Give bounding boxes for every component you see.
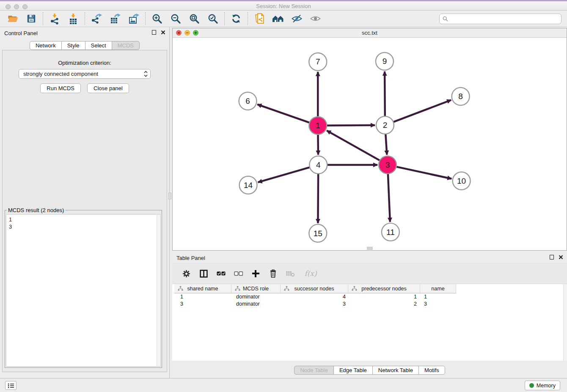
result-scrollbar[interactable] — [157, 215, 160, 366]
export-table-icon — [110, 13, 121, 24]
stepper-icon — [144, 71, 148, 77]
toolbar-separator — [43, 12, 43, 25]
canvas-grip[interactable] — [367, 247, 372, 250]
main-titlebar: Session: New Session — [0, 0, 567, 11]
table-header-row: shared name MCDS role — [172, 284, 567, 293]
status-bar: Memory — [0, 378, 567, 392]
select-all-columns-button[interactable] — [215, 266, 227, 281]
export-network-button[interactable] — [87, 11, 106, 26]
column-header-successor-nodes[interactable]: successor nodes — [281, 284, 348, 293]
column-header-mcds-role[interactable]: MCDS role — [231, 284, 281, 293]
graph-edge-3-1[interactable] — [327, 130, 388, 165]
hierarchy-icon — [178, 286, 183, 291]
graph-node-label-2: 2 — [383, 121, 388, 130]
zoom-fit-icon — [189, 14, 200, 24]
memory-button[interactable]: Memory — [525, 381, 560, 390]
search-icon — [443, 16, 448, 22]
task-history-button[interactable] — [5, 381, 17, 390]
show-columns-button[interactable] — [197, 266, 210, 281]
panel-splitter-handle[interactable] — [168, 193, 171, 199]
zoom-fit-button[interactable] — [185, 11, 204, 26]
search-input[interactable] — [450, 15, 561, 23]
result-line: 1 — [9, 216, 158, 223]
zoom-selected-button[interactable] — [204, 11, 222, 26]
network-canvas[interactable]: 1234678910111415 — [173, 38, 567, 250]
deselect-all-columns-button[interactable] — [232, 266, 245, 281]
optimization-criterion-label: Optimization criterion: — [3, 60, 167, 66]
tab-network[interactable]: Network — [30, 41, 62, 50]
zoom-in-icon — [152, 14, 162, 24]
tab-node-table[interactable]: Node Table — [294, 366, 334, 375]
column-header-predecessor-nodes[interactable]: predecessor nodes — [348, 284, 420, 293]
graph-node-label-4: 4 — [316, 160, 321, 169]
table-panel-title: Table Panel — [176, 255, 205, 261]
delete-table-button[interactable] — [284, 266, 297, 281]
show-all-button[interactable] — [306, 11, 325, 26]
hide-selected-button[interactable] — [287, 11, 306, 26]
table-panel-header: Table Panel — [172, 252, 567, 263]
network-view-title: scc.txt — [173, 30, 567, 36]
open-session-button[interactable] — [3, 11, 22, 26]
export-table-button[interactable] — [106, 11, 124, 26]
network-file-button[interactable] — [250, 11, 269, 26]
graph-node-label-6: 6 — [245, 97, 250, 105]
close-panel-icon[interactable] — [559, 255, 563, 259]
hierarchy-icon — [235, 286, 240, 291]
import-table-button[interactable] — [64, 11, 83, 26]
result-line: 3 — [9, 223, 158, 230]
function-icon: f(x) — [304, 269, 317, 278]
home-view-button[interactable] — [269, 11, 287, 26]
list-icon — [8, 383, 14, 388]
trash-icon — [270, 269, 277, 278]
hierarchy-icon — [284, 286, 289, 291]
tab-style[interactable]: Style — [61, 41, 85, 50]
window-title: Session: New Session — [0, 3, 567, 9]
import-network-icon — [49, 13, 60, 25]
tab-edge-table[interactable]: Edge Table — [333, 366, 373, 375]
mcds-result-box[interactable]: 1 3 — [6, 214, 161, 367]
column-header-shared-name[interactable]: shared name — [174, 284, 231, 293]
graph-node-label-1: 1 — [316, 121, 320, 130]
refresh-layout-button[interactable] — [227, 11, 245, 26]
create-column-button[interactable] — [249, 266, 262, 281]
float-panel-icon[interactable] — [550, 255, 554, 259]
close-panel-icon[interactable] — [161, 30, 165, 35]
graph-edge-2-8[interactable] — [385, 100, 451, 125]
save-disk-icon — [26, 14, 36, 24]
graph-edge-4-14[interactable] — [258, 165, 319, 182]
table-row[interactable]: 3 dominator 3 2 3 — [172, 301, 567, 308]
delete-column-button[interactable] — [267, 266, 279, 281]
export-image-button[interactable] — [124, 11, 143, 26]
close-panel-button[interactable]: Close panel — [87, 83, 129, 93]
graph-edge-1-6[interactable] — [257, 105, 318, 126]
import-network-button[interactable] — [45, 11, 64, 26]
open-folder-icon — [7, 14, 19, 24]
toolbar-separator — [248, 12, 248, 25]
memory-status-icon — [529, 383, 534, 388]
tab-network-table[interactable]: Network Table — [372, 366, 419, 375]
search-box[interactable] — [439, 14, 561, 24]
zoom-in-button[interactable] — [148, 11, 166, 26]
criterion-dropdown[interactable]: strongly connected component — [19, 69, 151, 79]
tab-select[interactable]: Select — [85, 41, 112, 50]
zoom-out-button[interactable] — [166, 11, 185, 26]
table-scrollbar[interactable] — [563, 284, 567, 361]
run-mcds-button[interactable]: Run MCDS — [40, 83, 81, 93]
network-window-titlebar[interactable]: scc.txt — [173, 28, 567, 38]
graph-node-label-3: 3 — [385, 160, 390, 169]
float-panel-icon[interactable] — [152, 30, 156, 35]
table-settings-button[interactable] — [180, 266, 193, 281]
table-row[interactable]: 1 dominator 4 1 1 — [172, 293, 567, 301]
memory-label: Memory — [537, 383, 556, 389]
column-header-name[interactable]: name — [420, 284, 456, 293]
tab-motifs[interactable]: Motifs — [418, 366, 445, 375]
node-table: shared name MCDS role — [172, 284, 567, 361]
graph-node-label-10: 10 — [457, 177, 466, 185]
function-builder-button[interactable]: f(x) — [301, 266, 320, 281]
graph-node-label-15: 15 — [314, 229, 322, 238]
graph-edge-3-10[interactable] — [388, 165, 451, 179]
network-file-icon — [254, 13, 265, 25]
tab-mcds[interactable]: MCDS — [112, 41, 140, 50]
save-session-button[interactable] — [22, 11, 41, 26]
toolbar-separator — [85, 12, 85, 25]
